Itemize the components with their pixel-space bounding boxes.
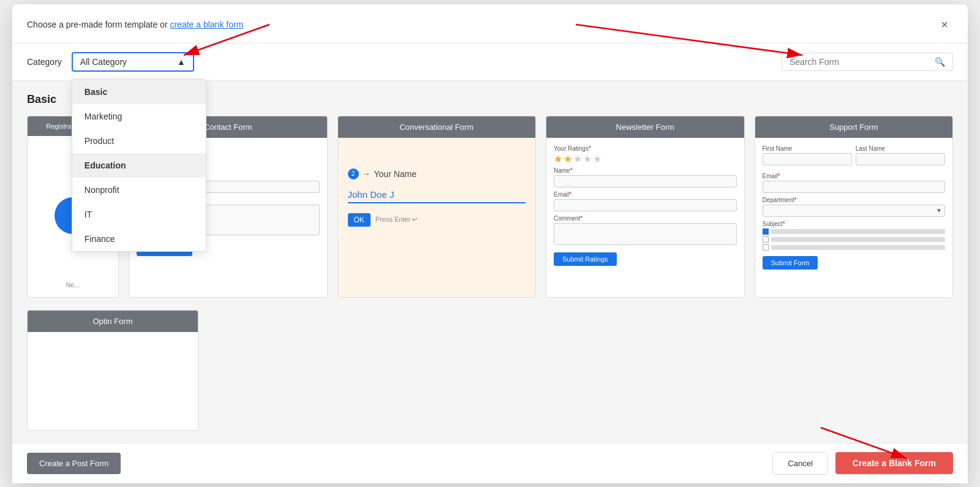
support-checkbox1-line xyxy=(771,229,946,234)
filter-row: Category All Category ▲ Basic Marketing … xyxy=(12,43,968,81)
conv-enter-hint: Press Enter ↵ xyxy=(375,216,418,224)
conv-ok-btn[interactable]: OK xyxy=(348,213,371,227)
modal-header: Choose a pre-made form template or creat… xyxy=(12,4,968,43)
star-5: ★ xyxy=(593,153,601,165)
card-header-optin: Optin Form xyxy=(28,311,198,332)
form-card-newsletter[interactable]: Newsletter Form Your Ratings* ★ ★ ★ ★ ★ … xyxy=(546,116,745,298)
header-description: Choose a pre-made form template or creat… xyxy=(27,20,243,29)
conv-name-input[interactable] xyxy=(348,187,526,203)
support-email-field xyxy=(763,181,946,193)
card-body-optin xyxy=(28,332,198,430)
card-body-newsletter: Your Ratings* ★ ★ ★ ★ ★ Name* Email* Com… xyxy=(546,138,744,297)
support-checkbox3-row xyxy=(763,244,946,251)
form-card-optin[interactable]: Optin Form xyxy=(27,310,198,431)
dropdown-item-marketing[interactable]: Marketing xyxy=(72,104,206,129)
support-firstname-field xyxy=(763,153,852,165)
second-row-forms: Optin Form xyxy=(27,310,953,431)
support-submit-btn[interactable]: Submit Form xyxy=(763,256,818,270)
newsletter-comment-field xyxy=(554,223,737,245)
card-header-newsletter: Newsletter Form xyxy=(546,116,744,138)
support-subject-label: Subject* xyxy=(763,221,946,227)
card-body-conversational: 2 → Your Name OK Press Enter ↵ xyxy=(338,138,536,297)
newsletter-ratings-label: Your Ratings* xyxy=(554,145,737,152)
conv-step: 2 → Your Name xyxy=(348,168,526,179)
modal-container: Choose a pre-made form template or creat… xyxy=(12,4,968,483)
create-post-button[interactable]: Create a Post Form xyxy=(27,453,121,474)
header-text: Choose a pre-made form template or xyxy=(27,20,168,29)
conv-step-num: 2 xyxy=(348,168,359,179)
support-checkbox2 xyxy=(763,236,769,243)
star-4: ★ xyxy=(583,153,592,165)
dropdown-item-it[interactable]: IT xyxy=(72,202,206,227)
category-wrapper: All Category ▲ Basic Marketing Product E… xyxy=(72,52,194,72)
newsletter-name-label: Name* xyxy=(554,167,737,174)
search-box: 🔍 xyxy=(782,53,953,71)
form-card-conversational[interactable]: Conversational Form 2 → Your Name OK Pre… xyxy=(337,116,537,298)
newsletter-email-field xyxy=(554,199,737,211)
dropdown-item-finance[interactable]: Finance xyxy=(72,227,206,251)
support-department-label: Department* xyxy=(763,197,946,203)
modal-footer: Create a Post Form Cancel Create a Blank… xyxy=(12,443,968,483)
new-badge: Ne... xyxy=(28,281,118,289)
dropdown-item-basic[interactable]: Basic xyxy=(72,80,206,104)
cancel-button[interactable]: Cancel xyxy=(772,452,827,475)
category-dropdown[interactable]: Basic Marketing Product Education Nonpro… xyxy=(72,79,206,252)
newsletter-submit-btn[interactable]: Submit Ratings xyxy=(554,252,617,266)
newsletter-comment-label: Comment* xyxy=(554,215,737,222)
conv-step-arrow: → xyxy=(363,169,371,178)
card-header-conversational: Conversational Form xyxy=(338,116,536,138)
create-blank-link[interactable]: create a blank form xyxy=(170,20,243,29)
conv-question: Your Name xyxy=(374,169,417,179)
chevron-up-icon: ▲ xyxy=(177,57,186,67)
card-header-support: Support Form xyxy=(755,116,953,138)
newsletter-stars: ★ ★ ★ ★ ★ xyxy=(554,153,737,165)
footer-right: Cancel Create a Blank Form xyxy=(772,452,953,475)
support-email-label: Email* xyxy=(763,173,946,179)
support-checkbox3 xyxy=(763,244,769,251)
card-body-support: First Name Last Name Email* Department* xyxy=(755,138,953,297)
close-button[interactable]: × xyxy=(936,15,953,34)
form-card-support[interactable]: Support Form First Name Last Name Email* xyxy=(755,116,954,298)
support-lastname-label: Last Name xyxy=(856,145,945,152)
dropdown-item-product[interactable]: Product xyxy=(72,129,206,153)
star-1: ★ xyxy=(554,153,562,165)
support-checkbox1-row xyxy=(763,228,946,235)
category-label: Category xyxy=(27,57,62,67)
newsletter-name-field xyxy=(554,175,737,187)
search-icon: 🔍 xyxy=(935,57,945,67)
support-lastname-field xyxy=(856,153,945,165)
star-3: ★ xyxy=(573,153,582,165)
conv-ok-row: OK Press Enter ↵ xyxy=(348,213,526,227)
select-chevron-icon: ▼ xyxy=(936,207,942,214)
support-firstname-label: First Name xyxy=(763,145,852,152)
support-checkbox3-line xyxy=(771,245,946,250)
category-select[interactable]: All Category ▲ xyxy=(72,52,194,72)
support-checkbox2-row xyxy=(763,236,946,243)
dropdown-item-education[interactable]: Education xyxy=(72,153,206,178)
create-blank-button[interactable]: Create a Blank Form xyxy=(835,452,953,474)
support-checkbox1 xyxy=(763,228,769,235)
support-department-select[interactable]: ▼ xyxy=(763,205,946,217)
support-checkbox2-line xyxy=(771,237,946,242)
star-2: ★ xyxy=(564,153,572,165)
category-selected-value: All Category xyxy=(80,57,127,67)
dropdown-item-nonprofit[interactable]: Nonprofit xyxy=(72,178,206,202)
newsletter-email-label: Email* xyxy=(554,191,737,198)
search-input[interactable] xyxy=(790,57,930,67)
